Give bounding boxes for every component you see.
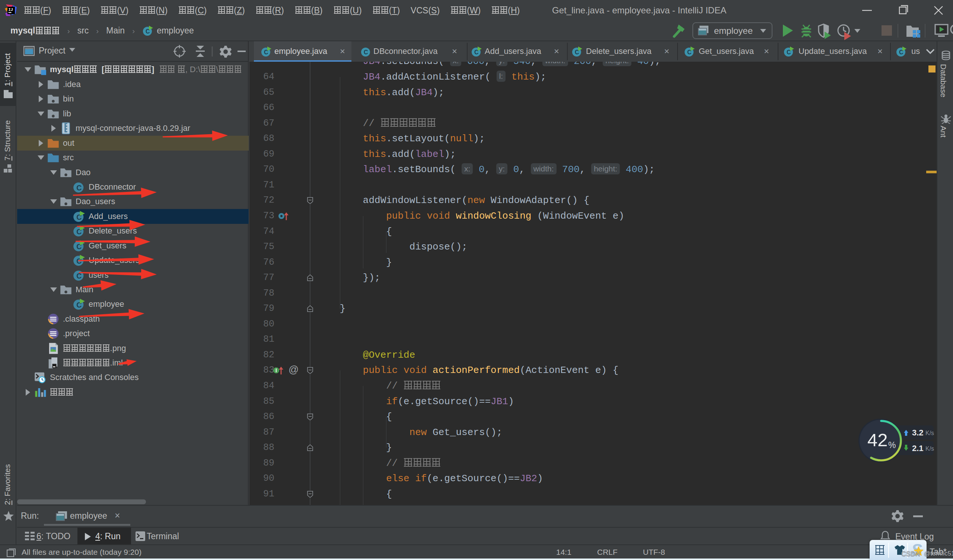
svg-text:K/s: K/s: [925, 446, 934, 452]
svg-text:K/s: K/s: [925, 430, 934, 436]
svg-text:C: C: [76, 184, 82, 192]
svg-text:C: C: [76, 272, 82, 280]
svg-text:employee: employee: [714, 26, 753, 36]
svg-text:C: C: [364, 49, 368, 56]
svg-text:2.1: 2.1: [912, 444, 924, 453]
svg-text:IJ: IJ: [9, 8, 13, 12]
svg-text:%: %: [888, 440, 896, 450]
svg-text:3.2: 3.2: [912, 428, 924, 437]
svg-text:42: 42: [868, 430, 888, 450]
